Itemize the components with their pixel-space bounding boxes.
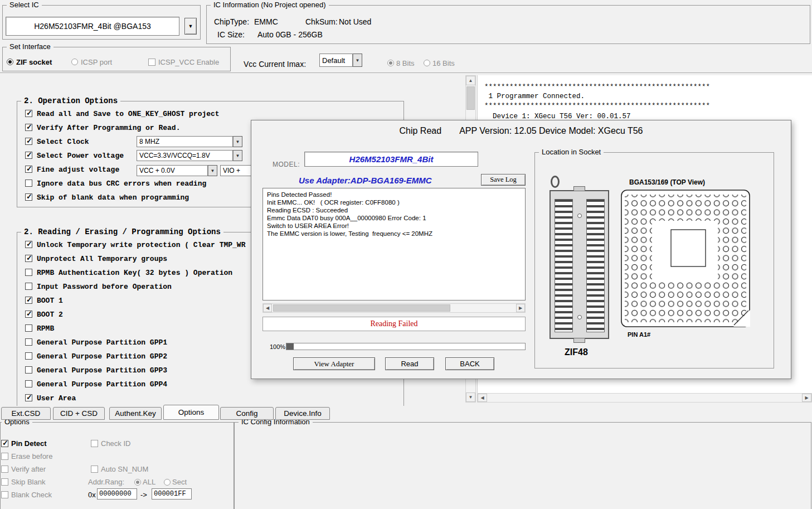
- icsp-vcc-checkbox[interactable]: [148, 59, 155, 66]
- fine-adjust-checkbox[interactable]: [25, 166, 32, 173]
- fine-vcc-value: VCC + 0.0V: [137, 165, 208, 176]
- user-area-checkbox[interactable]: [25, 394, 32, 401]
- tab-label: Device.Info: [284, 409, 322, 418]
- addr-all-radio[interactable]: [134, 479, 141, 486]
- fine-adjust-label: Fine adjust voltage: [37, 166, 119, 174]
- scrollbar-thumb[interactable]: [466, 86, 475, 110]
- status-text: Reading Failed: [370, 319, 417, 328]
- dialog-title: Chip Read: [400, 126, 442, 135]
- gpp1-label: General Purpose Partition GPP1: [37, 338, 167, 347]
- gpp2-label: General Purpose Partition GPP2: [37, 352, 167, 361]
- ic-select-combobox[interactable]: H26M52103FMR_4Bit @BGA153: [6, 17, 179, 36]
- scroll-up-icon[interactable]: ▲: [466, 76, 475, 85]
- zif-lever-icon: [551, 176, 560, 188]
- vcc-imax-select[interactable]: Default ▼: [319, 54, 362, 67]
- tab-options[interactable]: Options: [163, 405, 219, 420]
- icsp-vcc-label: ICSP_VCC Enable: [158, 58, 219, 66]
- dialog-log-line: The EMMC version is lower, Testing frequ…: [267, 230, 432, 237]
- ignore-crc-checkbox[interactable]: [25, 180, 32, 187]
- dialog-log-line: Emmc Data DAT0 busy 000A__00000980 Error…: [267, 215, 426, 221]
- read-label: Read: [401, 360, 418, 368]
- verify-after-checkbox[interactable]: [25, 124, 32, 131]
- ic-size-label: IC Size:: [217, 30, 245, 39]
- ic-size-value: Auto 0GB - 256GB: [257, 30, 323, 39]
- rpmb-auth-key-checkbox[interactable]: [25, 269, 32, 276]
- zif-socket-radio[interactable]: [7, 59, 13, 65]
- gpp2-checkbox[interactable]: [25, 352, 32, 360]
- tab-config[interactable]: Config: [220, 407, 274, 420]
- input-password-checkbox[interactable]: [25, 283, 32, 290]
- tab-ext-csd[interactable]: Ext.CSD: [1, 407, 51, 420]
- power-voltage-label: Select Power voltage: [37, 152, 124, 160]
- dialog-log-line: Switch to USER AREA Error!: [267, 222, 349, 229]
- unprotect-tmp-checkbox[interactable]: [25, 255, 32, 262]
- read-all-ghost-checkbox[interactable]: [25, 110, 32, 117]
- tab-device-info[interactable]: Device.Info: [275, 407, 330, 420]
- dropdown-icon[interactable]: ▼: [353, 54, 362, 67]
- model-value: H26M52103FMR_4Bit: [349, 154, 434, 164]
- dropdown-icon[interactable]: ▼: [208, 165, 217, 176]
- bits16-label: 16 Bits: [432, 59, 455, 67]
- boot2-label: BOOT 2: [37, 311, 63, 319]
- ic-select-dropdown-button[interactable]: ▼: [184, 18, 197, 35]
- pin-detect-checkbox[interactable]: [1, 440, 8, 447]
- bits16-radio[interactable]: [424, 60, 430, 66]
- boot2-checkbox[interactable]: [25, 311, 32, 318]
- bga-diagram-icon: [621, 190, 750, 329]
- rpmb-auth-key-label: RPMB Authentication Key( 32 bytes ) Oper…: [37, 269, 232, 277]
- skip-blank-checkbox[interactable]: [1, 478, 8, 486]
- auto-sn-checkbox[interactable]: [91, 466, 98, 473]
- save-log-button[interactable]: Save Log: [481, 174, 526, 186]
- erase-before-checkbox[interactable]: [1, 453, 8, 460]
- gpp3-checkbox[interactable]: [25, 366, 32, 374]
- unlock-tmp-wp-label: Unlock Temporary write protection ( Clea…: [37, 241, 245, 249]
- log-horizontal-scrollbar[interactable]: ◀ ▶: [477, 393, 812, 403]
- dropdown-icon[interactable]: ▼: [233, 136, 242, 147]
- icsp-port-radio[interactable]: [71, 59, 78, 65]
- dialog-horizontal-scrollbar[interactable]: ◀ ▶: [262, 303, 526, 313]
- rpmb-checkbox[interactable]: [25, 324, 32, 332]
- scroll-right-icon[interactable]: ▶: [516, 304, 525, 312]
- header-divider: [0, 72, 812, 73]
- scroll-left-icon[interactable]: ◀: [263, 304, 272, 312]
- skip-blank-data-checkbox[interactable]: [25, 193, 32, 201]
- power-voltage-checkbox[interactable]: [25, 152, 32, 159]
- fine-vcc-select[interactable]: VCC + 0.0V ▼: [137, 165, 217, 176]
- verify-after-label: Verify After Programming or Read.: [37, 124, 180, 132]
- gpp4-checkbox[interactable]: [25, 380, 32, 387]
- input-password-label: Input Password before Operation: [37, 283, 172, 291]
- scroll-right-icon[interactable]: ▶: [802, 394, 811, 402]
- dropdown-icon[interactable]: ▼: [233, 150, 242, 161]
- scrollbar-thumb[interactable]: [273, 304, 450, 312]
- dialog-log-box[interactable]: Pins Detected Passed! Init EMMC... OK! (…: [262, 188, 526, 300]
- tab-authent-key[interactable]: Authent.Key: [109, 407, 162, 420]
- bits8-radio[interactable]: [387, 60, 394, 66]
- tab-cid-csd[interactable]: CID + CSD: [53, 407, 105, 420]
- boot1-checkbox[interactable]: [25, 297, 32, 304]
- scroll-left-icon[interactable]: ◀: [478, 394, 487, 402]
- boot1-label: BOOT 1: [37, 297, 63, 305]
- status-box: Reading Failed: [262, 317, 526, 331]
- dialog-title-row: Chip Read APP Version: 12.05 Device Mode…: [251, 126, 791, 136]
- addr-sect-radio[interactable]: [164, 479, 171, 486]
- chksum-label: ChkSum:: [305, 17, 338, 26]
- zif-pin-column-left: [555, 199, 573, 332]
- gpp1-checkbox[interactable]: [25, 338, 32, 346]
- read-button[interactable]: Read: [385, 357, 434, 370]
- view-adapter-button[interactable]: View Adapter: [293, 357, 375, 370]
- log-line: Device 1: XGecu T56 Ver: 00.01.57: [484, 113, 631, 120]
- select-clock-checkbox[interactable]: [25, 138, 32, 145]
- clock-select[interactable]: 8 MHZ ▼: [137, 136, 242, 147]
- verify-after-bottom-checkbox[interactable]: [1, 466, 8, 473]
- power-voltage-select[interactable]: VCC=3.3V/VCCQ=1.8V ▼: [137, 150, 242, 161]
- addr-from-input[interactable]: [97, 488, 137, 500]
- unlock-tmp-wp-checkbox[interactable]: [25, 241, 32, 248]
- check-id-checkbox[interactable]: [91, 440, 98, 447]
- addr-to-input[interactable]: [152, 488, 192, 500]
- zif-pin-column-right: [586, 199, 605, 332]
- back-button[interactable]: BACK: [445, 357, 494, 370]
- bga-label: BGA153/169 (TOP View): [629, 178, 705, 186]
- dialog-log-line: Pins Detected Passed!: [267, 191, 332, 198]
- blank-check-checkbox[interactable]: [1, 491, 8, 498]
- scroll-down-icon[interactable]: ▼: [466, 392, 475, 402]
